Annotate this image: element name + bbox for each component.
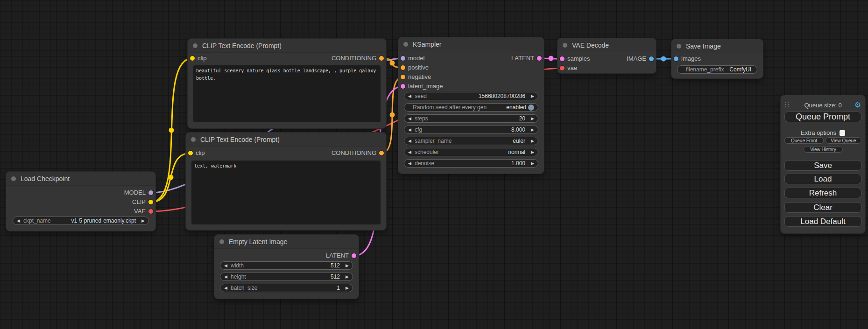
prompt-textarea[interactable]: text, watermark (191, 161, 381, 224)
decrement-icon[interactable]: ◀ (408, 160, 413, 167)
decrement-icon[interactable]: ◀ (408, 126, 413, 133)
input-slot-model: model (401, 55, 424, 62)
link-center-dot[interactable] (390, 61, 395, 66)
increment-icon[interactable]: ▶ (140, 217, 145, 224)
images-input-dot[interactable] (674, 56, 678, 61)
widget-cfg[interactable]: ◀ cfg 8.000 ▶ (404, 126, 538, 134)
widget-steps[interactable]: ◀ steps 20 ▶ (404, 114, 538, 123)
image-output-dot[interactable] (649, 56, 654, 61)
decrement-icon[interactable]: ◀ (408, 115, 413, 122)
node-titlebar[interactable]: VAE Decode (557, 38, 656, 52)
load-default-button[interactable]: Load Default (784, 216, 861, 227)
collapse-dot-icon[interactable] (191, 137, 196, 142)
latent-output-dot[interactable] (537, 56, 542, 61)
negative-input-dot[interactable] (401, 75, 405, 79)
clip-input-dot[interactable] (190, 56, 195, 61)
vae-output-dot[interactable] (148, 209, 153, 214)
model-input-dot[interactable] (401, 56, 405, 61)
node-empty-latent-image[interactable]: Empty Latent Image LATENT ◀ width 512 ▶ … (214, 235, 359, 299)
increment-icon[interactable]: ▶ (529, 115, 534, 122)
node-titlebar[interactable]: KSampler (398, 37, 544, 51)
node-titlebar[interactable]: Load Checkpoint (6, 172, 155, 186)
increment-icon[interactable]: ▶ (529, 126, 534, 133)
increment-icon[interactable]: ▶ (529, 148, 534, 156)
refresh-button[interactable]: Refresh (784, 188, 861, 198)
link-center-dot[interactable] (549, 56, 554, 61)
vae-input-dot[interactable] (560, 66, 565, 70)
collapse-dot-icon[interactable] (563, 43, 567, 48)
extra-options-checkbox[interactable] (840, 130, 845, 136)
node-clip-text-encode-negative[interactable]: CLIP Text Encode (Prompt) clip CONDITION… (186, 133, 386, 230)
extra-options-label: Extra options (801, 129, 836, 136)
increment-icon[interactable]: ▶ (344, 262, 349, 269)
increment-icon[interactable]: ▶ (344, 273, 349, 280)
queue-front-button[interactable]: Queue Front (784, 137, 824, 144)
link-center-dot[interactable] (169, 175, 174, 180)
decrement-icon[interactable]: ◀ (408, 137, 413, 145)
input-slot-positive: positive (401, 64, 429, 71)
node-titlebar[interactable]: CLIP Text Encode (Prompt) (188, 39, 386, 53)
decrement-icon[interactable]: ◀ (224, 273, 229, 280)
increment-icon[interactable]: ▶ (529, 92, 534, 100)
node-title: Load Checkpoint (21, 175, 70, 182)
widget-sampler-name[interactable]: ◀ sampler_name euler ▶ (404, 137, 538, 145)
node-titlebar[interactable]: CLIP Text Encode (Prompt) (186, 133, 386, 147)
widget-denoise[interactable]: ◀ denoise 1.000 ▶ (404, 159, 538, 168)
widget-random-seed[interactable]: Random seed after every gen enabled (404, 103, 538, 112)
widget-batch-size[interactable]: ◀ batch_size 1 ▶ (220, 284, 353, 292)
decrement-icon[interactable]: ◀ (224, 262, 229, 269)
node-save-image[interactable]: Save Image images filename_prefix ComfyU… (671, 39, 763, 78)
settings-gear-icon[interactable]: ⚙ (854, 100, 861, 109)
collapse-dot-icon[interactable] (403, 42, 408, 47)
widget-scheduler[interactable]: ◀ scheduler normal ▶ (404, 148, 538, 156)
increment-icon[interactable]: ▶ (344, 284, 349, 292)
output-slot-latent: LATENT (511, 55, 542, 62)
collapse-dot-icon[interactable] (677, 44, 681, 49)
latent-output-dot[interactable] (352, 253, 356, 258)
node-titlebar[interactable]: Save Image (671, 39, 763, 53)
widget-ckpt-name[interactable]: ◀ ckpt_name v1-5-pruned-emaonly.ckpt ▶ (13, 217, 149, 225)
toggle-icon[interactable] (528, 105, 534, 111)
node-vae-decode[interactable]: VAE Decode samples vae IMAGE (557, 38, 656, 73)
queue-size-label: Queue size: 0 (781, 102, 865, 109)
decrement-icon[interactable]: ◀ (408, 148, 413, 156)
save-button[interactable]: Save (784, 160, 861, 171)
load-button[interactable]: Load (784, 174, 861, 184)
input-slot-images: images (674, 56, 701, 62)
widget-width[interactable]: ◀ width 512 ▶ (220, 261, 353, 270)
link-center-dot[interactable] (661, 56, 666, 62)
prompt-textarea[interactable]: beautiful scenery nature glass bottle la… (193, 65, 381, 122)
model-output-dot[interactable] (148, 190, 153, 195)
output-slot-image: IMAGE (627, 56, 654, 62)
latent-image-input-dot[interactable] (401, 84, 405, 89)
node-title: CLIP Text Encode (Prompt) (200, 136, 280, 143)
clip-input-dot[interactable] (188, 151, 193, 155)
clip-output-dot[interactable] (148, 200, 153, 204)
link-center-dot[interactable] (169, 128, 174, 133)
collapse-dot-icon[interactable] (193, 43, 198, 48)
widget-height[interactable]: ◀ height 512 ▶ (220, 273, 353, 281)
decrement-icon[interactable]: ◀ (408, 92, 413, 100)
conditioning-output-dot[interactable] (379, 151, 384, 155)
node-clip-text-encode-positive[interactable]: CLIP Text Encode (Prompt) clip CONDITION… (188, 39, 386, 128)
queue-prompt-button[interactable]: Queue Prompt (784, 112, 861, 122)
clear-button[interactable]: Clear (784, 202, 861, 213)
conditioning-output-dot[interactable] (379, 56, 384, 61)
widget-seed[interactable]: ◀ seed 156680208700286 ▶ (404, 92, 538, 100)
view-queue-button[interactable]: View Queue (826, 137, 861, 144)
collapse-dot-icon[interactable] (11, 176, 16, 181)
increment-icon[interactable]: ▶ (529, 160, 534, 167)
node-ksampler[interactable]: KSampler model positive negative latent_… (398, 37, 544, 174)
node-load-checkpoint[interactable]: Load Checkpoint MODEL CLIP VAE ◀ ckpt_na… (6, 172, 155, 231)
link-center-dot[interactable] (390, 112, 395, 118)
widget-filename-prefix[interactable]: filename_prefix ComfyUI (677, 65, 757, 74)
decrement-icon[interactable]: ◀ (224, 284, 229, 292)
node-titlebar[interactable]: Empty Latent Image (214, 235, 359, 249)
samples-input-dot[interactable] (560, 56, 565, 61)
comfyui-canvas[interactable]: { "colors": { "model": "#b39ddb", "clip"… (0, 0, 868, 329)
view-history-button[interactable]: View History (804, 146, 843, 153)
decrement-icon[interactable]: ◀ (17, 217, 22, 224)
increment-icon[interactable]: ▶ (529, 137, 534, 145)
collapse-dot-icon[interactable] (219, 239, 224, 244)
positive-input-dot[interactable] (401, 65, 405, 70)
